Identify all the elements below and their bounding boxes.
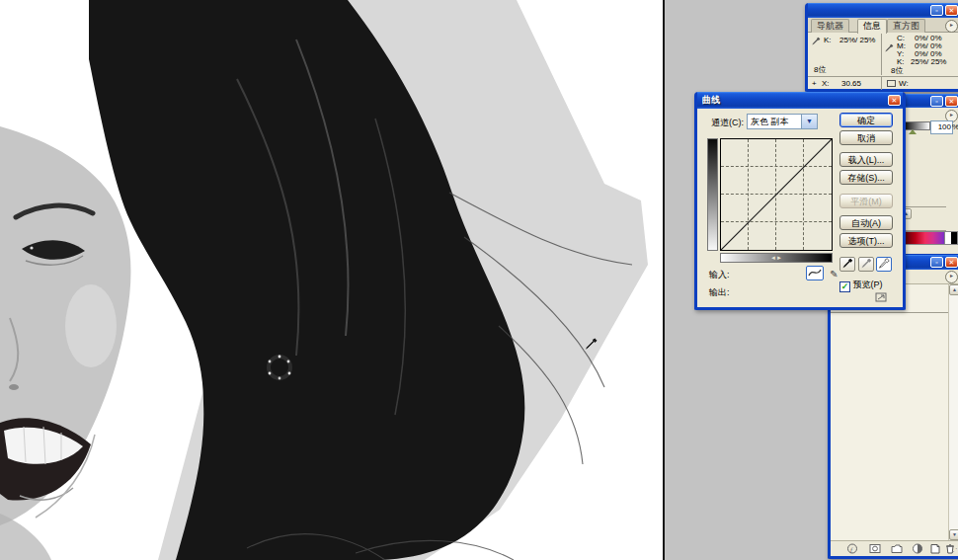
preview-label: 预览(P) xyxy=(853,280,883,289)
crosshair-icon: + xyxy=(812,79,817,88)
palette-menu-icon[interactable]: ▸ xyxy=(945,20,958,33)
tab-navigator[interactable]: 导航器 xyxy=(811,19,849,33)
photo-neck-shadow xyxy=(0,514,51,560)
input-label: 输入: xyxy=(709,269,730,281)
input-gradient-bar[interactable]: ◄► xyxy=(720,253,833,263)
curve-tool-group: ✎ xyxy=(806,266,842,283)
gradient-flip-icon[interactable]: ◄► xyxy=(770,255,782,261)
cmyk-bit-depth: 8位 xyxy=(891,65,903,76)
width-label: W: xyxy=(899,79,909,88)
eyedropper-group xyxy=(839,257,892,272)
layers-scrollbar[interactable]: ▲ ▼ xyxy=(948,284,958,540)
white-point-eyedropper-icon[interactable] xyxy=(876,257,892,272)
load-button[interactable]: 载入(L)... xyxy=(839,152,893,167)
curve-point-tool-icon[interactable] xyxy=(806,266,824,280)
output-gradient-bar xyxy=(707,138,718,251)
document-canvas[interactable] xyxy=(0,0,665,560)
dialog-size-toggle-icon[interactable] xyxy=(875,292,888,303)
options-button[interactable]: 选项(T)... xyxy=(839,233,893,248)
cancel-button[interactable]: 取消 xyxy=(839,130,893,145)
photo-eye-glint xyxy=(30,246,33,249)
divider xyxy=(881,34,882,75)
curves-titlebar[interactable]: 曲线 ✕ xyxy=(697,92,903,109)
k-slider[interactable] xyxy=(903,121,930,130)
close-icon[interactable]: ✕ xyxy=(888,95,901,106)
cmyk-eyedropper-icon xyxy=(884,43,894,53)
k-slider-handle-icon[interactable] xyxy=(909,129,917,134)
k-readout-value: 25%/ 25% xyxy=(839,36,875,44)
tab-histogram[interactable]: 直方图 xyxy=(887,19,925,33)
auto-button[interactable]: 自动(A) xyxy=(839,215,893,230)
close-icon[interactable]: ✕ xyxy=(945,257,958,268)
k2-readout-value: 25%/ 25% xyxy=(911,57,946,66)
doc-bit-depth: 8位 xyxy=(814,64,826,75)
photoshop-workspace: ▫ ✕ 导航器 信息 直方图 ▸ K: 25%/ 25% 8位 C: 0%/ 0… xyxy=(0,0,958,560)
info-readouts: K: 25%/ 25% 8位 C: 0%/ 0% M: 0%/ 0% Y: 0%… xyxy=(808,33,958,76)
minimize-icon[interactable]: ▫ xyxy=(930,96,943,107)
black-swatch[interactable] xyxy=(951,232,957,244)
color-palette-body: ▸ 100 % ▲ xyxy=(901,108,958,247)
curves-dialog: 曲线 ✕ 通道(C): 灰色 副本 ▼ ◄► xyxy=(694,92,906,310)
color-ramp[interactable] xyxy=(903,231,958,245)
save-button[interactable]: 存储(S)... xyxy=(839,170,893,185)
gray-point-eyedropper-icon[interactable] xyxy=(858,257,874,272)
info-palette-titlebar[interactable]: ▫ ✕ xyxy=(808,3,958,18)
dimensions-icon xyxy=(887,80,896,87)
channel-label: 通道(C): xyxy=(711,117,744,129)
eyedropper-cursor-icon xyxy=(583,337,599,353)
layers-palette-buttons: f xyxy=(831,540,958,556)
palette-menu-icon[interactable]: ▸ xyxy=(945,271,958,283)
k-unit-label: % xyxy=(952,122,958,131)
color-palette-titlebar[interactable]: ▫ ✕ xyxy=(901,94,958,108)
smooth-button: 平滑(M) xyxy=(839,194,893,208)
curves-title: 曲线 xyxy=(702,95,886,106)
layer-style-icon[interactable]: f xyxy=(848,544,857,554)
ok-button[interactable]: 确定 xyxy=(839,113,893,127)
adjustment-layer-icon[interactable] xyxy=(914,544,922,553)
curve-line xyxy=(721,139,832,250)
photo-cheek-highlight xyxy=(65,284,117,367)
curve-grid[interactable] xyxy=(720,138,833,251)
divider xyxy=(831,312,948,313)
tab-info[interactable]: 信息 xyxy=(857,19,887,34)
new-group-icon[interactable] xyxy=(892,545,902,553)
channel-dropdown[interactable]: 灰色 副本 ▼ xyxy=(747,114,818,129)
white-swatch[interactable] xyxy=(944,232,951,244)
k-value-field[interactable]: 100 xyxy=(930,120,953,134)
chevron-down-icon[interactable]: ▼ xyxy=(801,115,817,128)
info-coordinates-row: + X: 30.65 W: xyxy=(808,76,958,90)
photo-nostril xyxy=(9,384,19,390)
layers-list[interactable]: ▲ ▼ xyxy=(831,284,958,540)
cursor-x-value: 30.65 xyxy=(841,79,861,88)
info-palette-window: ▫ ✕ 导航器 信息 直方图 ▸ K: 25%/ 25% 8位 C: 0%/ 0… xyxy=(805,3,958,92)
checkmark-icon: ✓ xyxy=(839,281,850,292)
cursor-x-label: X: xyxy=(822,79,830,88)
color-palette-window: ▫ ✕ ▸ 100 % ▲ xyxy=(898,94,958,257)
resize-grip-icon[interactable]: ⋰ xyxy=(952,544,958,553)
channel-value: 灰色 副本 xyxy=(751,117,789,126)
k-readout-label: K: xyxy=(824,36,832,44)
add-mask-icon[interactable] xyxy=(870,545,880,553)
close-icon[interactable]: ✕ xyxy=(945,5,958,16)
new-layer-icon[interactable] xyxy=(931,545,939,554)
info-palette-tabs: 导航器 信息 直方图 ▸ xyxy=(808,18,958,33)
scroll-down-icon[interactable]: ▼ xyxy=(949,529,958,540)
scroll-up-icon[interactable]: ▲ xyxy=(949,284,958,295)
actual-color-eyedropper-icon xyxy=(811,37,821,46)
black-point-eyedropper-icon[interactable] xyxy=(839,257,855,272)
output-label: 输出: xyxy=(709,286,730,299)
preview-checkbox[interactable]: ✓ 预览(P) xyxy=(839,279,883,292)
divider xyxy=(881,77,882,90)
divider xyxy=(903,206,946,207)
portrait-photo xyxy=(0,0,663,560)
svg-text:f: f xyxy=(850,546,853,554)
minimize-icon[interactable]: ▫ xyxy=(930,257,943,268)
close-icon[interactable]: ✕ xyxy=(945,96,958,107)
minimize-icon[interactable]: ▫ xyxy=(930,5,943,16)
